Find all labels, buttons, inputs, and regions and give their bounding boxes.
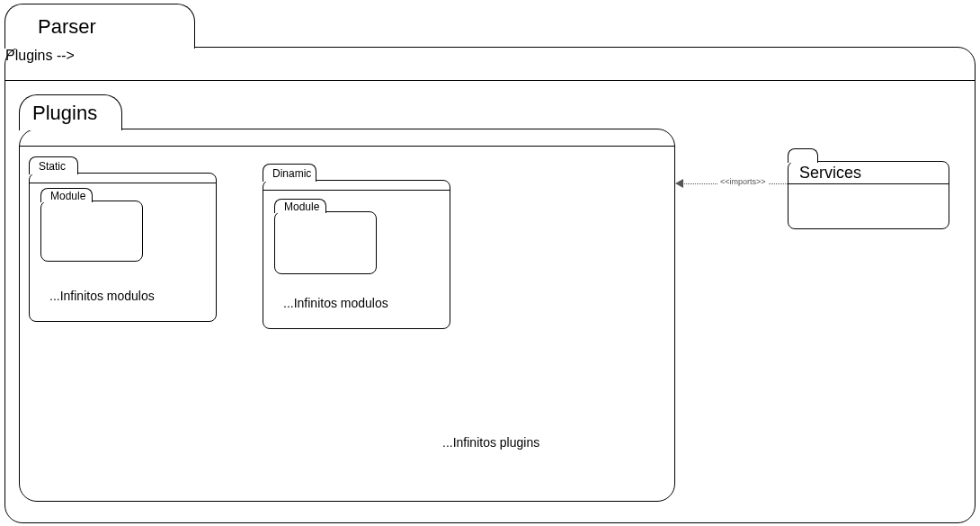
package-parser-tab: Parser xyxy=(4,4,195,49)
package-services-label: Services xyxy=(799,164,861,183)
services-divider xyxy=(788,183,949,184)
package-dinamic: Dinamic Module ...Infinitos modulos xyxy=(263,180,450,329)
dependency-label: <<imports>> xyxy=(718,177,768,186)
static-divider xyxy=(30,183,216,183)
static-module-tab: Module xyxy=(40,188,93,202)
dinamic-module-label: Module xyxy=(284,201,319,213)
package-plugins-tab: Plugins xyxy=(19,94,122,130)
dinamic-divider xyxy=(263,190,450,191)
plugins-divider xyxy=(20,146,674,147)
package-static: Static Module ...Infinitos modulos xyxy=(29,173,217,322)
static-note: ...Infinitos modulos xyxy=(49,289,155,303)
static-module: Module xyxy=(40,201,143,262)
static-module-label: Module xyxy=(50,190,85,202)
package-dinamic-label: Dinamic xyxy=(272,167,311,180)
package-static-tab: Static xyxy=(29,156,78,174)
dinamic-module-tab: Module xyxy=(274,199,326,213)
package-static-label: Static xyxy=(39,160,66,173)
package-parser: Parser Plugins Static Module ...Infinito… xyxy=(4,47,976,523)
package-dinamic-tab: Dinamic xyxy=(263,164,316,182)
package-services-tab xyxy=(788,148,818,163)
package-plugins-label: Plugins xyxy=(32,102,97,125)
plugins-note: ...Infinitos plugins xyxy=(442,435,539,450)
package-plugins: Plugins Static Module ...Infinitos modul… xyxy=(19,129,675,502)
package-parser-label: Parser xyxy=(38,15,96,39)
dinamic-module: Module xyxy=(274,211,377,274)
dependency-arrowhead xyxy=(675,179,683,188)
parser-divider xyxy=(5,80,975,81)
dinamic-note: ...Infinitos modulos xyxy=(283,296,388,310)
package-services: Services xyxy=(788,161,949,229)
